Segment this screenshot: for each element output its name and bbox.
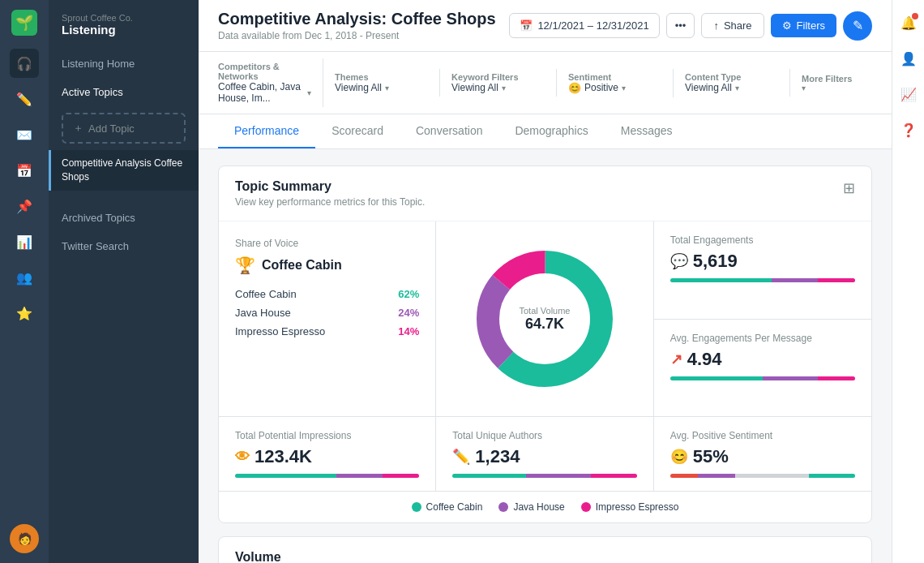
donut-value: 64.7K: [519, 316, 570, 333]
legend-coffee-cabin: Coffee Cabin: [412, 501, 483, 513]
tab-performance[interactable]: Performance: [218, 114, 315, 148]
sidebar-item-archived-topics[interactable]: Archived Topics: [49, 204, 199, 232]
legend-java-house-label: Java House: [513, 501, 564, 513]
donut-chart-section: Total Volume 64.7K: [436, 221, 653, 416]
page-title: Competitive Analysis: Coffee Shops: [218, 10, 496, 28]
trophy-icon: 🏆: [235, 256, 255, 275]
legend-impresso-label: Impresso Espresso: [596, 501, 679, 513]
avg-engagements-number: 4.94: [687, 349, 722, 370]
avg-engagements-value: ↗ 4.94: [670, 349, 855, 370]
sov-winner: 🏆 Coffee Cabin: [235, 256, 419, 275]
chevron-down-icon-4: ▾: [622, 84, 626, 92]
sentiment-emoji: 😊: [568, 82, 581, 94]
filter-content-type[interactable]: Content Type Viewing All ▾: [685, 69, 790, 97]
impressions-label: Total Potential Impressions: [235, 430, 419, 441]
nav-reports-icon[interactable]: 📊: [10, 227, 39, 256]
legend-java-house: Java House: [498, 501, 564, 513]
card-header: Topic Summary View key performance metri…: [219, 166, 871, 221]
sidebar-item-twitter-search[interactable]: Twitter Search: [49, 232, 199, 260]
filter-themes[interactable]: Themes Viewing All ▾: [335, 69, 440, 97]
filter-more[interactable]: More Filters ▾: [802, 71, 892, 96]
date-range-button[interactable]: 📅 12/1/2021 – 12/31/2021: [509, 13, 659, 38]
tab-scorecard[interactable]: Scorecard: [315, 114, 400, 148]
legend-impresso: Impresso Espresso: [581, 501, 679, 513]
positive-sentiment-metric: Avg. Positive Sentiment 😊 55%: [654, 417, 871, 491]
sov-java-house-name: Java House: [235, 307, 291, 319]
tab-messages[interactable]: Messages: [605, 114, 689, 148]
content-type-value: Viewing All ▾: [685, 82, 778, 93]
total-engagements-value: 💬 5,619: [670, 251, 855, 272]
notification-bell-icon[interactable]: 🔔: [896, 10, 922, 36]
competitors-value: Coffee Cabin, Java House, Im... ▾: [218, 81, 311, 104]
sentiment-number: 55%: [693, 446, 729, 467]
nav-people-icon[interactable]: 👥: [10, 263, 39, 292]
sentiment-value: 😊 55%: [670, 446, 855, 467]
card-title: Topic Summary: [235, 179, 425, 194]
add-topic-label: Add Topic: [88, 122, 135, 135]
smile-icon: 😊: [670, 448, 688, 466]
sov-coffee-cabin-name: Coffee Cabin: [235, 288, 297, 300]
nav-publish-icon[interactable]: 📅: [10, 156, 39, 185]
arrow-up-icon: ↗: [670, 350, 682, 368]
nav-listening-icon[interactable]: 🎧: [10, 49, 39, 78]
plus-icon: ＋: [73, 121, 83, 135]
notification-badge: [912, 13, 918, 19]
chevron-down-icon-5: ▾: [735, 84, 739, 92]
app-name: Listening: [62, 23, 186, 37]
authors-value: ✏️ 1,234: [452, 446, 636, 467]
edit-button[interactable]: ✎: [843, 11, 872, 41]
analytics-icon[interactable]: 📈: [896, 81, 922, 107]
filter-sentiment[interactable]: Sentiment 😊 Positive ▾: [568, 69, 674, 97]
donut-center-text: Total Volume 64.7K: [519, 306, 570, 333]
content-area: Topic Summary View key performance metri…: [199, 149, 892, 563]
sov-winner-name: Coffee Cabin: [262, 258, 342, 273]
add-topic-button[interactable]: ＋ Add Topic: [62, 113, 186, 144]
sentiment-label: Sentiment: [568, 72, 661, 82]
grid-view-icon[interactable]: ⊞: [843, 179, 855, 197]
nav-compose-icon[interactable]: ✏️: [10, 84, 39, 114]
summary-grid: Share of Voice 🏆 Coffee Cabin Coffee Cab…: [219, 221, 871, 416]
sidebar: Sprout Coffee Co. Listening Listening Ho…: [49, 0, 199, 563]
more-options-button[interactable]: •••: [666, 13, 695, 38]
impressions-value: 👁 123.4K: [235, 446, 419, 467]
filters-label: Filters: [797, 19, 825, 32]
page-subtitle: Data available from Dec 1, 2018 - Presen…: [218, 30, 496, 41]
sov-label: Share of Voice: [235, 238, 419, 249]
total-engagements-metric: Total Engagements 💬 5,619: [654, 221, 871, 320]
help-icon[interactable]: ❓: [896, 117, 922, 143]
nav-inbox-icon[interactable]: ✉️: [10, 120, 39, 149]
top-bar: Competitive Analysis: Coffee Shops Data …: [199, 0, 892, 52]
sidebar-item-listening-home[interactable]: Listening Home: [49, 49, 199, 78]
user-profile-icon[interactable]: 👤: [896, 45, 922, 71]
filter-bar: Competitors & Networks Coffee Cabin, Jav…: [199, 52, 892, 114]
volume-header: Volume See changes in message volume wit…: [219, 537, 871, 563]
content-type-label: Content Type: [685, 72, 778, 82]
chevron-down-icon: ▾: [307, 88, 311, 97]
donut-label: Total Volume: [519, 306, 570, 316]
sov-coffee-cabin-pct: 62%: [398, 288, 419, 300]
share-button[interactable]: ↑ Share: [701, 13, 764, 38]
filter-competitors[interactable]: Competitors & Networks Coffee Cabin, Jav…: [218, 58, 323, 107]
nav-tasks-icon[interactable]: 📌: [10, 191, 39, 221]
legend-coffee-cabin-label: Coffee Cabin: [426, 501, 483, 513]
sentiment-bar: [670, 474, 855, 478]
tab-demographics[interactable]: Demographics: [498, 114, 604, 148]
user-avatar[interactable]: 🧑: [10, 524, 39, 553]
tabs: Performance Scorecard Conversation Demog…: [199, 114, 892, 149]
sidebar-item-active-topics[interactable]: Active Topics: [49, 78, 199, 106]
volume-card: Volume See changes in message volume wit…: [218, 536, 872, 563]
sidebar-topic-competitive-analysis[interactable]: Competitive Analysis Coffee Shops: [49, 150, 199, 191]
app-logo: 🌱: [11, 10, 37, 36]
company-name: Sprout Coffee Co.: [62, 13, 186, 23]
keyword-value: Viewing All ▾: [451, 82, 545, 93]
filter-keyword[interactable]: Keyword Filters Viewing All ▾: [451, 69, 557, 97]
filters-button[interactable]: ⚙ Filters: [771, 14, 836, 37]
pencil-icon: ✏️: [452, 448, 470, 466]
nav-star-icon[interactable]: ⭐: [10, 299, 39, 328]
right-icons-panel: 🔔 👤 📈 ❓: [892, 0, 924, 563]
sov-row-java-house: Java House 24%: [235, 307, 419, 319]
sov-row-impresso: Impresso Espresso 14%: [235, 325, 419, 337]
authors-number: 1,234: [475, 446, 520, 467]
tab-conversation[interactable]: Conversation: [400, 114, 499, 148]
total-engagements-bar: [670, 278, 855, 282]
